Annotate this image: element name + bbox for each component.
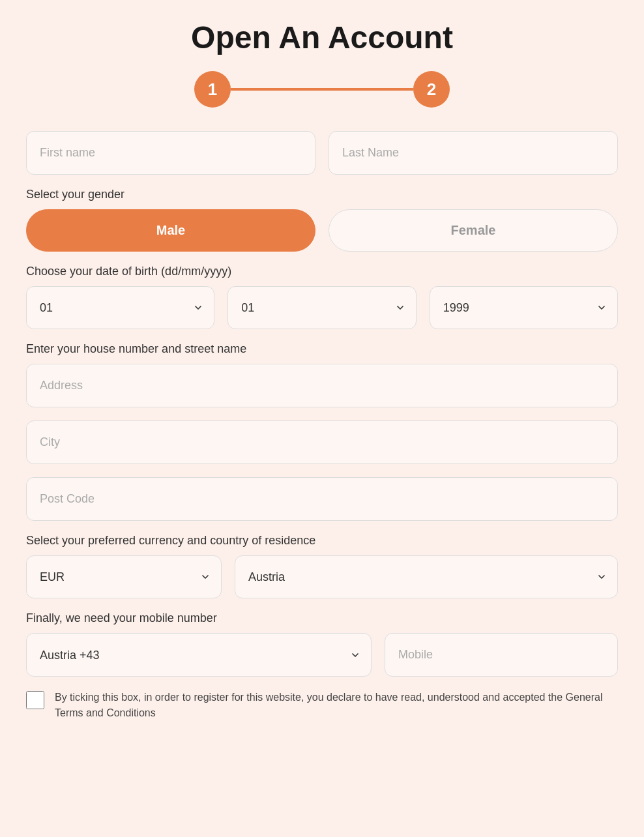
currency-country-section: Select your preferred currency and count… — [26, 534, 618, 598]
male-button[interactable]: Male — [26, 209, 315, 252]
phone-code-select[interactable]: Austria +43 — [26, 633, 372, 677]
gender-label: Select your gender — [26, 188, 618, 201]
mobile-label: Finally, we need your mobile number — [26, 611, 618, 625]
gender-section: Select your gender Male Female — [26, 188, 618, 252]
address-input[interactable] — [26, 364, 618, 407]
stepper: 1 2 — [26, 71, 618, 108]
address-section: Enter your house number and street name — [26, 342, 618, 521]
last-name-input[interactable] — [329, 131, 618, 175]
phone-row: Austria +43 — [26, 633, 618, 677]
first-name-field — [26, 131, 315, 175]
currency-country-label: Select your preferred currency and count… — [26, 534, 618, 548]
currency-select[interactable]: EUR — [26, 555, 222, 598]
step-1-circle: 1 — [194, 71, 231, 108]
first-name-input[interactable] — [26, 131, 315, 175]
dob-day-select[interactable]: 01 — [26, 286, 214, 329]
mobile-input[interactable] — [385, 633, 618, 677]
city-row — [26, 420, 618, 464]
step-line — [231, 88, 413, 91]
last-name-field — [329, 131, 618, 175]
dob-year-select[interactable]: 1999 — [430, 286, 618, 329]
dob-month-select[interactable]: 01 — [227, 286, 416, 329]
country-select[interactable]: Austria — [235, 555, 618, 598]
page-title: Open An Account — [26, 20, 618, 55]
dob-row: 01 01 1999 — [26, 286, 618, 329]
postcode-row — [26, 477, 618, 521]
dob-section: Choose your date of birth (dd/mm/yyyy) 0… — [26, 265, 618, 329]
name-row — [26, 131, 618, 175]
currency-country-row: EUR Austria — [26, 555, 618, 598]
address-row — [26, 364, 618, 407]
female-button[interactable]: Female — [329, 209, 618, 252]
postcode-input[interactable] — [26, 477, 618, 521]
mobile-section: Finally, we need your mobile number Aust… — [26, 611, 618, 677]
registration-form: Select your gender Male Female Choose yo… — [26, 131, 618, 721]
step-2-circle: 2 — [413, 71, 450, 108]
terms-checkbox[interactable] — [26, 691, 44, 709]
dob-label: Choose your date of birth (dd/mm/yyyy) — [26, 265, 618, 278]
terms-row: By ticking this box, in order to registe… — [26, 690, 618, 721]
city-input[interactable] — [26, 420, 618, 464]
terms-text: By ticking this box, in order to registe… — [55, 690, 618, 721]
gender-row: Male Female — [26, 209, 618, 252]
address-label: Enter your house number and street name — [26, 342, 618, 356]
